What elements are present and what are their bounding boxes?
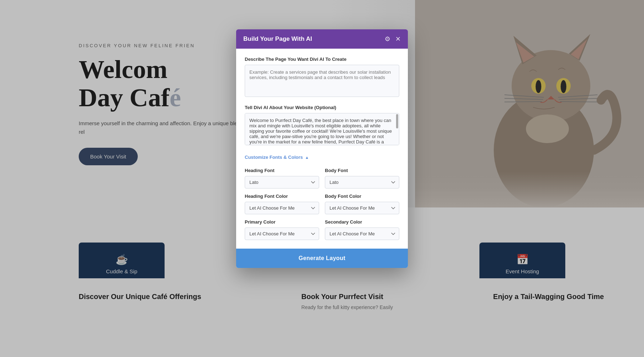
secondary-color-label: Secondary Color bbox=[325, 219, 399, 225]
font-row: Heading Font Lato Body Font Lato bbox=[245, 168, 399, 189]
describe-label: Describe The Page You Want Divi AI To Cr… bbox=[245, 57, 399, 62]
describe-textarea[interactable] bbox=[245, 65, 399, 97]
body-font-color-label: Body Font Color bbox=[325, 194, 399, 199]
scrollbar bbox=[396, 114, 398, 128]
heading-font-select[interactable]: Lato bbox=[245, 176, 319, 189]
heading-font-col: Heading Font Lato bbox=[245, 168, 319, 189]
primary-color-label: Primary Color bbox=[245, 219, 319, 225]
heading-font-color-label: Heading Font Color bbox=[245, 194, 319, 199]
modal-title: Build Your Page With AI bbox=[243, 35, 312, 43]
body-font-col: Body Font Lato bbox=[325, 168, 399, 189]
font-color-row: Heading Font Color Let AI Choose For Me … bbox=[245, 194, 399, 214]
settings-icon[interactable]: ⚙ bbox=[385, 35, 390, 43]
modal-overlay: Build Your Page With AI ⚙ ✕ Describe The… bbox=[0, 0, 644, 357]
primary-color-col: Primary Color Let AI Choose For Me bbox=[245, 219, 319, 240]
body-font-label: Body Font bbox=[325, 168, 399, 173]
body-font-color-col: Body Font Color Let AI Choose For Me bbox=[325, 194, 399, 214]
customize-toggle[interactable]: Customize Fonts & Colors ▲ bbox=[245, 153, 399, 161]
website-label: Tell Divi AI About Your Website (Optiona… bbox=[245, 105, 399, 110]
body-font-color-select[interactable]: Let AI Choose For Me bbox=[325, 202, 399, 214]
modal-header-actions: ⚙ ✕ bbox=[385, 35, 401, 43]
close-icon[interactable]: ✕ bbox=[395, 35, 401, 43]
heading-font-label: Heading Font bbox=[245, 168, 319, 173]
modal-footer: Generate Layout bbox=[236, 249, 408, 268]
modal-body: Describe The Page You Want Divi AI To Cr… bbox=[236, 49, 408, 244]
build-page-modal: Build Your Page With AI ⚙ ✕ Describe The… bbox=[236, 29, 408, 268]
generate-layout-button[interactable]: Generate Layout bbox=[236, 249, 408, 268]
website-section: Tell Divi AI About Your Website (Optiona… bbox=[245, 105, 399, 147]
customize-toggle-label: Customize Fonts & Colors bbox=[245, 155, 303, 160]
color-row: Primary Color Let AI Choose For Me Secon… bbox=[245, 219, 399, 244]
describe-section: Describe The Page You Want Divi AI To Cr… bbox=[245, 57, 399, 98]
heading-font-color-col: Heading Font Color Let AI Choose For Me bbox=[245, 194, 319, 214]
primary-color-select[interactable]: Let AI Choose For Me bbox=[245, 228, 319, 240]
secondary-color-col: Secondary Color Let AI Choose For Me bbox=[325, 219, 399, 240]
heading-font-color-select[interactable]: Let AI Choose For Me bbox=[245, 202, 319, 214]
secondary-color-select[interactable]: Let AI Choose For Me bbox=[325, 228, 399, 240]
website-textarea[interactable]: Welcome to Purrfect Day Café, the best p… bbox=[245, 113, 399, 145]
website-textarea-wrap: Welcome to Purrfect Day Café, the best p… bbox=[245, 113, 399, 147]
body-font-select[interactable]: Lato bbox=[325, 176, 399, 189]
chevron-up-icon: ▲ bbox=[305, 155, 309, 160]
modal-header: Build Your Page With AI ⚙ ✕ bbox=[236, 29, 408, 49]
